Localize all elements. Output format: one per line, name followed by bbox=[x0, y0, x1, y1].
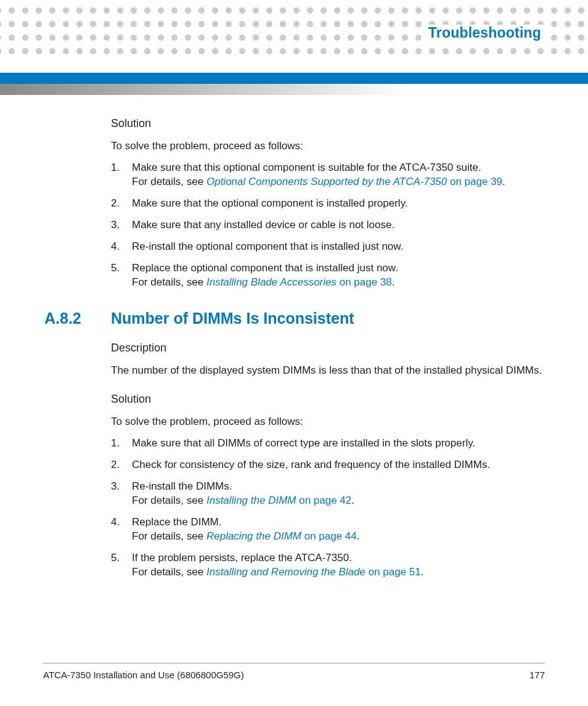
footer-doc-title: ATCA-7350 Installation and Use (6806800G… bbox=[43, 670, 244, 680]
solution-intro-2: To solve the problem, proceed as follows… bbox=[111, 415, 545, 429]
description-text: The number of the displayed system DIMMs… bbox=[111, 364, 545, 378]
solution-heading-1: Solution bbox=[111, 116, 545, 131]
list-item: Make sure that this optional component i… bbox=[111, 161, 545, 189]
list-item: Make sure that the optional component is… bbox=[111, 197, 545, 211]
list-item: Check for consistency of the size, rank … bbox=[111, 458, 545, 472]
cross-ref-link[interactable]: Installing and Removing the Blade bbox=[206, 566, 365, 578]
solution-intro-1: To solve the problem, proceed as follows… bbox=[111, 139, 545, 154]
cross-ref-page[interactable]: on page 38 bbox=[337, 276, 392, 288]
detail-prefix: For details, see bbox=[132, 530, 206, 542]
cross-ref-page[interactable]: on page 39 bbox=[447, 176, 502, 187]
step-text: If the problem persists, replace the ATC… bbox=[132, 552, 352, 564]
list-item: If the problem persists, replace the ATC… bbox=[111, 551, 545, 580]
step-text: Make sure that this optional component i… bbox=[132, 162, 481, 173]
list-item: Make sure that all DIMMs of correct type… bbox=[111, 437, 545, 451]
detail-prefix: For details, see bbox=[132, 276, 206, 288]
cross-ref-page[interactable]: on page 51 bbox=[365, 566, 421, 578]
cross-ref-link[interactable]: Replacing the DIMM bbox=[206, 530, 301, 542]
step-text: Re-install the DIMMs. bbox=[132, 480, 232, 492]
cross-ref-link[interactable]: Installing the DIMM bbox=[206, 495, 296, 506]
cross-ref-link[interactable]: Optional Components Supported by the ATC… bbox=[206, 176, 447, 187]
section-number: A.8.2 bbox=[44, 308, 111, 329]
detail-prefix: For details, see bbox=[132, 495, 206, 506]
description-heading: Description bbox=[111, 340, 545, 355]
solution-steps-1: Make sure that this optional component i… bbox=[111, 161, 545, 290]
solution-steps-2: Make sure that all DIMMs of correct type… bbox=[111, 437, 545, 580]
detail-prefix: For details, see bbox=[132, 566, 206, 578]
tail: . bbox=[421, 566, 424, 578]
step-text: Make sure that any installed device or c… bbox=[132, 219, 394, 231]
footer-page-number: 177 bbox=[529, 670, 545, 680]
cross-ref-link[interactable]: Installing Blade Accessories bbox=[206, 276, 337, 288]
step-text: Make sure that the optional component is… bbox=[132, 197, 408, 209]
solution-heading-2: Solution bbox=[111, 392, 545, 406]
cross-ref-page[interactable]: on page 44 bbox=[301, 530, 357, 542]
tail: . bbox=[502, 176, 505, 187]
tail: . bbox=[357, 530, 360, 542]
tail: . bbox=[351, 495, 354, 506]
detail-prefix: For details, see bbox=[132, 176, 206, 187]
list-item: Re-install the DIMMs. For details, see I… bbox=[111, 480, 545, 508]
list-item: Re-install the optional component that i… bbox=[111, 240, 545, 254]
list-item: Replace the optional component that is i… bbox=[111, 261, 545, 290]
tail: . bbox=[392, 276, 395, 288]
section-heading-row: A.8.2 Number of DIMMs Is Inconsistent bbox=[44, 308, 545, 329]
step-text: Make sure that all DIMMs of correct type… bbox=[132, 437, 475, 449]
step-text: Replace the DIMM. bbox=[132, 516, 222, 528]
list-item: Make sure that any installed device or c… bbox=[111, 218, 545, 232]
page-footer: ATCA-7350 Installation and Use (6806800G… bbox=[43, 663, 545, 680]
step-text: Replace the optional component that is i… bbox=[132, 262, 398, 274]
header-blue-bar bbox=[0, 73, 588, 84]
cross-ref-page[interactable]: on page 42 bbox=[296, 495, 351, 506]
page-content: Solution To solve the problem, proceed a… bbox=[111, 115, 545, 587]
list-item: Replace the DIMM. For details, see Repla… bbox=[111, 515, 545, 544]
chapter-title: Troubleshooting bbox=[421, 25, 545, 41]
header-gradient-bar bbox=[0, 84, 588, 95]
step-text: Check for consistency of the size, rank … bbox=[132, 459, 490, 470]
step-text: Re-install the optional component that i… bbox=[132, 240, 403, 252]
section-title: Number of DIMMs Is Inconsistent bbox=[111, 308, 354, 329]
